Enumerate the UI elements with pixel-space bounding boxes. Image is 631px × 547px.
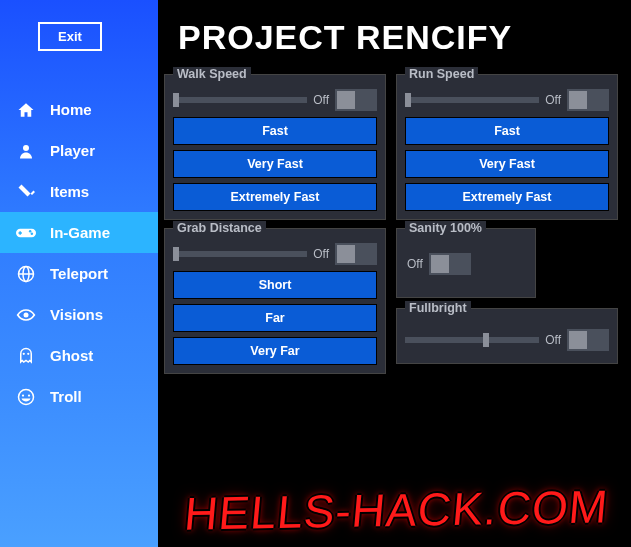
- run-speed-toggle[interactable]: [567, 89, 609, 111]
- off-label: Off: [545, 93, 561, 107]
- ghost-icon: [16, 347, 36, 365]
- sidebar-item-label: Teleport: [50, 265, 108, 282]
- run-speed-panel: Run Speed Off Fast Very Fast Extremely F…: [396, 74, 618, 220]
- grab-distance-preset-very-far[interactable]: Very Far: [173, 337, 377, 365]
- sidebar-item-label: Ghost: [50, 347, 93, 364]
- sidebar-item-label: Troll: [50, 388, 82, 405]
- sidebar-item-label: Player: [50, 142, 95, 159]
- sidebar-item-label: Home: [50, 101, 92, 118]
- sidebar: Exit Home Player Items In-Game: [0, 0, 158, 547]
- sidebar-item-ghost[interactable]: Ghost: [0, 335, 158, 376]
- svg-point-10: [23, 352, 25, 354]
- page-title: PROJECT RENCIFY: [178, 18, 512, 57]
- svg-point-5: [31, 232, 34, 235]
- fullbright-panel: Fullbright Off: [396, 308, 618, 364]
- svg-point-9: [24, 312, 29, 317]
- globe-icon: [16, 265, 36, 283]
- grab-distance-panel: Grab Distance Off Short Far Very Far: [164, 228, 386, 374]
- walk-speed-panel: Walk Speed Off Fast Very Fast Extremely …: [164, 74, 386, 220]
- laugh-icon: [16, 388, 36, 406]
- sidebar-item-home[interactable]: Home: [0, 89, 158, 130]
- fullbright-slider[interactable]: [405, 337, 539, 343]
- run-speed-preset-very-fast[interactable]: Very Fast: [405, 150, 609, 178]
- grab-distance-preset-far[interactable]: Far: [173, 304, 377, 332]
- flashlight-icon: [16, 183, 36, 201]
- sanity-toggle[interactable]: [429, 253, 471, 275]
- walk-speed-slider[interactable]: [173, 97, 307, 103]
- off-label: Off: [545, 333, 561, 347]
- off-label: Off: [313, 93, 329, 107]
- fullbright-toggle[interactable]: [567, 329, 609, 351]
- sidebar-item-in-game[interactable]: In-Game: [0, 212, 158, 253]
- svg-rect-3: [19, 232, 22, 234]
- sanity-panel: Sanity 100% Off: [396, 228, 536, 298]
- run-speed-preset-extremely-fast[interactable]: Extremely Fast: [405, 183, 609, 211]
- svg-point-4: [29, 230, 32, 233]
- sidebar-item-label: Visions: [50, 306, 103, 323]
- walk-speed-preset-fast[interactable]: Fast: [173, 117, 377, 145]
- grab-distance-toggle[interactable]: [335, 243, 377, 265]
- eye-icon: [16, 308, 36, 322]
- svg-point-13: [22, 394, 24, 396]
- svg-point-14: [28, 394, 30, 396]
- svg-point-11: [27, 352, 29, 354]
- panel-legend: Grab Distance: [173, 221, 266, 235]
- main-panels: Walk Speed Off Fast Very Fast Extremely …: [164, 74, 624, 382]
- walk-speed-toggle[interactable]: [335, 89, 377, 111]
- sidebar-item-label: In-Game: [50, 224, 110, 241]
- watermark-text: HELLS-HACK.COM: [182, 479, 610, 540]
- sidebar-item-visions[interactable]: Visions: [0, 294, 158, 335]
- panel-legend: Fullbright: [405, 301, 471, 315]
- run-speed-slider[interactable]: [405, 97, 539, 103]
- grab-distance-preset-short[interactable]: Short: [173, 271, 377, 299]
- sidebar-item-player[interactable]: Player: [0, 130, 158, 171]
- home-icon: [16, 101, 36, 119]
- gamepad-icon: [16, 226, 36, 240]
- exit-button[interactable]: Exit: [38, 22, 102, 51]
- panel-legend: Walk Speed: [173, 67, 251, 81]
- user-icon: [16, 142, 36, 160]
- walk-speed-preset-very-fast[interactable]: Very Fast: [173, 150, 377, 178]
- run-speed-preset-fast[interactable]: Fast: [405, 117, 609, 145]
- walk-speed-preset-extremely-fast[interactable]: Extremely Fast: [173, 183, 377, 211]
- panel-legend: Sanity 100%: [405, 221, 486, 235]
- sidebar-item-troll[interactable]: Troll: [0, 376, 158, 417]
- panel-legend: Run Speed: [405, 67, 478, 81]
- nav: Home Player Items In-Game Teleport: [0, 89, 158, 417]
- svg-point-0: [23, 145, 29, 151]
- grab-distance-slider[interactable]: [173, 251, 307, 257]
- off-label: Off: [407, 257, 423, 271]
- off-label: Off: [313, 247, 329, 261]
- svg-point-12: [19, 389, 34, 404]
- sidebar-item-items[interactable]: Items: [0, 171, 158, 212]
- sidebar-item-label: Items: [50, 183, 89, 200]
- sidebar-item-teleport[interactable]: Teleport: [0, 253, 158, 294]
